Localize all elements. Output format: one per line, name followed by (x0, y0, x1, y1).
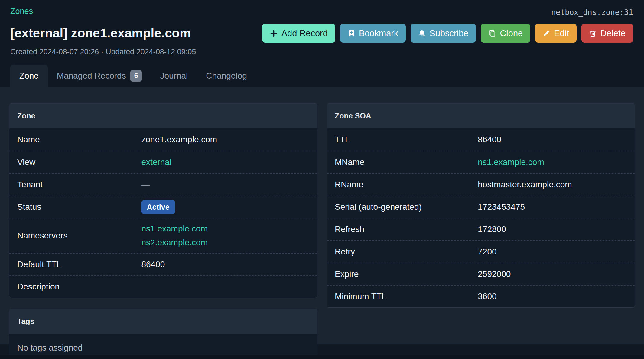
attr-label: Description (17, 282, 141, 292)
table-row-mname: MName ns1.example.com (327, 151, 635, 173)
breadcrumb-zones-link[interactable]: Zones (10, 7, 33, 16)
subscribe-label: Subscribe (429, 28, 468, 38)
managed-records-count-badge: 6 (130, 70, 142, 82)
left-column: Zone Name zone1.example.com View externa… (9, 103, 317, 359)
table-row-status: Status Active (9, 196, 317, 218)
attr-value: hostmaster.example.com (478, 180, 572, 189)
created-updated-meta: Created 2024-08-07 20:26 · Updated 2024-… (10, 47, 633, 56)
attr-label: Nameservers (17, 231, 141, 241)
tab-managed-records[interactable]: Managed Records 6 (48, 65, 151, 87)
attr-label: Refresh (335, 225, 478, 234)
table-row-description: Description (9, 275, 317, 298)
plus-icon (270, 29, 278, 37)
nameserver-link[interactable]: ns2.example.com (141, 238, 208, 247)
subscribe-button[interactable]: Subscribe (411, 24, 476, 43)
attr-value-empty: — (141, 180, 150, 189)
attr-value: 172800 (478, 225, 506, 234)
edit-button[interactable]: Edit (535, 24, 577, 43)
attr-label: Minimum TTL (335, 292, 478, 301)
tags-panel: Tags No tags assigned (9, 309, 317, 359)
clone-button[interactable]: Clone (481, 24, 530, 43)
tab-journal-label: Journal (160, 71, 188, 81)
attr-value: 7200 (478, 247, 496, 257)
copy-icon (488, 29, 496, 37)
tab-zone[interactable]: Zone (10, 65, 48, 87)
zone-attr-table: Name zone1.example.com View external Ten… (9, 128, 317, 298)
breadcrumb: Zones (10, 7, 33, 16)
trash-icon (589, 30, 597, 37)
attr-label: Status (17, 202, 141, 212)
page-title: [external] zone1.example.com (10, 26, 191, 40)
table-row-default-ttl: Default TTL 86400 (9, 253, 317, 275)
attr-value: 86400 (478, 135, 501, 144)
attr-label: Default TTL (17, 260, 141, 269)
soa-attr-table: TTL 86400 MName ns1.example.com RName ho… (327, 128, 635, 307)
table-row-expire: Expire 2592000 (327, 263, 635, 285)
edit-label: Edit (554, 28, 569, 38)
table-row-view: View external (9, 151, 317, 173)
tab-bar: Zone Managed Records 6 Journal Changelog (10, 65, 633, 87)
delete-button[interactable]: Delete (581, 24, 633, 43)
clone-label: Clone (500, 28, 523, 38)
attr-label: RName (335, 180, 478, 189)
table-row-tenant: Tenant — (9, 173, 317, 196)
pencil-icon (543, 30, 550, 37)
attr-label: Retry (335, 247, 478, 257)
action-buttons: Add Record Bookmark Subscribe Clone (262, 24, 633, 43)
attr-label: Name (17, 135, 141, 144)
mname-link[interactable]: ns1.example.com (478, 157, 544, 167)
tags-panel-title: Tags (9, 309, 317, 334)
status-badge: Active (141, 200, 175, 214)
tab-changelog[interactable]: Changelog (197, 65, 256, 87)
add-record-button[interactable]: Add Record (262, 24, 335, 43)
page-header: Zones netbox_dns.zone:31 [external] zone… (0, 0, 644, 87)
table-row-rname: RName hostmaster.example.com (327, 173, 635, 196)
table-row-minimum-ttl: Minimum TTL 3600 (327, 285, 635, 307)
zone-panel: Zone Name zone1.example.com View externa… (9, 103, 317, 298)
attr-label: Expire (335, 269, 478, 279)
attr-value: 2592000 (478, 269, 511, 279)
bell-icon (418, 30, 426, 37)
attr-value: 86400 (141, 260, 165, 269)
table-row-refresh: Refresh 172800 (327, 218, 635, 240)
attr-label: Serial (auto-generated) (335, 202, 478, 212)
add-record-label: Add Record (281, 28, 328, 38)
zone-panel-title: Zone (9, 104, 317, 128)
right-column: Zone SOA TTL 86400 MName ns1.example.com… (327, 103, 635, 308)
table-row-ttl: TTL 86400 (327, 128, 635, 151)
table-row-serial: Serial (auto-generated) 1723453475 (327, 196, 635, 218)
attr-value: 1723453475 (478, 202, 525, 212)
table-row-nameservers: Nameservers ns1.example.com ns2.example.… (9, 218, 317, 253)
attr-value: zone1.example.com (141, 135, 217, 144)
attr-label: View (17, 157, 141, 167)
tab-content: Zone Name zone1.example.com View externa… (0, 87, 644, 344)
bookmark-label: Bookmark (359, 28, 398, 38)
attr-label: TTL (335, 135, 478, 144)
bookmark-icon (348, 30, 355, 37)
bookmark-button[interactable]: Bookmark (340, 24, 406, 43)
delete-label: Delete (600, 28, 626, 38)
footer-band (0, 355, 644, 359)
tab-managed-records-label: Managed Records (57, 71, 126, 81)
table-row-name: Name zone1.example.com (9, 128, 317, 151)
tab-journal[interactable]: Journal (151, 65, 197, 87)
object-identifier: netbox_dns.zone:31 (551, 7, 633, 17)
zone-soa-panel: Zone SOA TTL 86400 MName ns1.example.com… (327, 103, 635, 308)
tab-zone-label: Zone (19, 71, 39, 81)
zone-soa-panel-title: Zone SOA (327, 104, 635, 128)
table-row-retry: Retry 7200 (327, 240, 635, 263)
attr-label: MName (335, 157, 478, 167)
nameserver-link[interactable]: ns1.example.com (141, 224, 208, 234)
attr-value: 3600 (478, 292, 496, 301)
attr-label: Tenant (17, 180, 141, 189)
view-link[interactable]: external (141, 157, 172, 167)
tab-changelog-label: Changelog (206, 71, 247, 81)
